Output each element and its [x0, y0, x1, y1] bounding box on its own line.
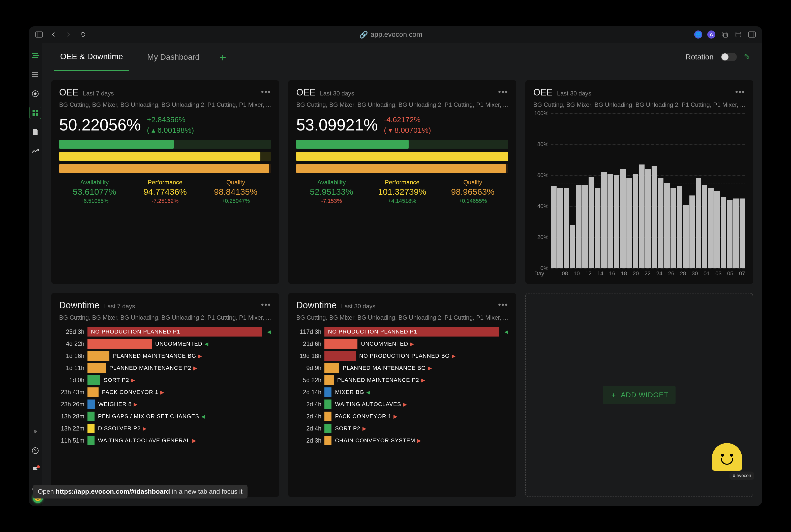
downtime-label-overflow: SORT P2 [335, 425, 360, 432]
downtime-row[interactable]: 1d 11hPLANNED MAINTENANCE P2▶ [59, 362, 271, 374]
oee-value: 53.09921% [296, 116, 378, 134]
downtime-row[interactable]: 23h 26mWEIGHER 8▶ [59, 399, 271, 410]
downtime-label-overflow: PACK CONVEYOR 1 [335, 413, 391, 420]
downtime-row[interactable]: 13h 22mDISSOLVER P2▶ [59, 423, 271, 434]
nav-dashboard-icon[interactable] [29, 107, 41, 119]
trend-down-icon: ◀ [204, 341, 208, 347]
trend-down-icon: ◀ [201, 413, 205, 419]
downtime-row[interactable]: 1d 0hSORT P2▶ [59, 375, 271, 386]
chart-bar [740, 198, 745, 268]
edit-button[interactable]: ✎ [744, 53, 750, 61]
tab-my-dashboard[interactable]: My Dashboard [141, 43, 206, 71]
chart-bar [582, 185, 588, 268]
downtime-label-overflow: WEIGHER 8 [98, 401, 132, 407]
extension-icon-1[interactable]: 🌐 [694, 31, 702, 39]
downtime-label-overflow: DISSOLVER P2 [98, 425, 141, 432]
nav-settings-icon[interactable]: ⚙ [29, 425, 41, 438]
nav-help-icon[interactable]: ? [29, 444, 41, 457]
card-subtitle: BG Cutting, BG Mixer, BG Unloading, BG U… [533, 101, 745, 108]
add-tab-button[interactable]: ＋ [218, 50, 228, 64]
sidebar-toggle-icon[interactable] [35, 30, 43, 39]
trend-up-icon: ▶ [198, 353, 202, 359]
card-downtime-7d: ••• Downtime Last 7 days BG Cutting, BG … [51, 293, 279, 497]
chart-bar [589, 177, 594, 268]
downtime-label-overflow: PACK CONVEYOR 1 [102, 389, 159, 396]
card-menu-icon[interactable]: ••• [261, 87, 271, 96]
tabs-icon[interactable] [734, 30, 742, 39]
downtime-row[interactable]: 4d 22hUNCOMMENTED◀ [59, 338, 271, 349]
nav-record-icon[interactable] [29, 88, 41, 100]
nav-trend-icon[interactable] [29, 145, 41, 157]
x-tick: 18 [621, 270, 627, 277]
downtime-duration: 2d 4h [296, 425, 321, 432]
nav-document-icon[interactable] [29, 126, 41, 138]
link-icon: 🔗 [359, 31, 368, 39]
chart-bar [564, 188, 569, 268]
downtime-row[interactable]: 5d 22hPLANNED MAINTENANCE P2▶ [296, 375, 508, 386]
chart-bar [651, 166, 657, 268]
downtime-row[interactable]: 11h 51mWAITING AUTOCLAVE GENERAL▶ [59, 435, 271, 446]
chart-bar [601, 172, 607, 268]
downtime-row[interactable]: 2d 4hSORT P2▶ [296, 423, 508, 434]
downtime-row[interactable]: 2d 4hWAITING AUTOCLAVES▶ [296, 399, 508, 410]
card-menu-icon[interactable]: ••• [498, 87, 508, 96]
add-widget-button[interactable]: ＋ ADD WIDGET [603, 386, 676, 404]
downtime-row[interactable]: 23h 43mPACK CONVEYOR 1▶ [59, 387, 271, 398]
downtime-row[interactable]: 21d 6hUNCOMMENTED▶ [296, 338, 508, 349]
trend-down-icon: ◀ [504, 329, 508, 335]
app-logo[interactable] [29, 50, 41, 61]
mascot-tag: ≡ evocon [730, 472, 754, 480]
nav-flag-icon[interactable] [29, 464, 41, 476]
downtime-label-overflow: PLANNED MAINTENANCE P2 [337, 377, 419, 383]
chart-bar [714, 191, 720, 268]
downtime-row[interactable]: 25d 3hNO PRODUCTION PLANNED P1◀ [59, 326, 271, 337]
mascot-widget[interactable]: ≡ evocon [712, 443, 747, 478]
downtime-label-overflow: PLANNED MAINTENANCE BG [343, 365, 426, 371]
downtime-row[interactable]: 2d 3hCHAIN CONVEYOR SYSTEM▶ [296, 435, 508, 446]
downtime-label-overflow: PLANNED MAINTENANCE BG [113, 353, 196, 359]
x-tick: 14 [597, 270, 603, 277]
extension-icon-2[interactable]: A [707, 31, 715, 39]
card-menu-icon[interactable]: ••• [735, 87, 745, 96]
metric-quality: Quality 98.84135% +0.25047% [200, 179, 271, 204]
trend-up-icon: ▶ [421, 377, 425, 383]
trend-up-icon: ▶ [160, 389, 164, 395]
svg-rect-4 [736, 32, 741, 37]
downtime-label-overflow: NO PRODUCTION PLANNED BG [359, 353, 450, 359]
x-tick: 05 [727, 270, 733, 277]
downtime-row[interactable]: 19d 18hNO PRODUCTION PLANNED BG▶ [296, 350, 508, 361]
reload-icon[interactable] [79, 30, 87, 39]
x-tick [640, 270, 644, 277]
y-tick: 40% [533, 203, 549, 210]
trend-up-icon: ▶ [417, 438, 421, 443]
copy-icon[interactable] [720, 30, 729, 39]
downtime-duration: 25d 3h [59, 328, 85, 335]
metric-performance: Performance 101.32739% +4.14518% [367, 179, 437, 204]
card-menu-icon[interactable]: ••• [498, 300, 508, 309]
downtime-duration: 19d 18h [296, 353, 321, 359]
downtime-row[interactable]: 2d 4hPACK CONVEYOR 1▶ [296, 411, 508, 422]
downtime-label-overflow: PLANNED MAINTENANCE P2 [109, 365, 191, 371]
rotation-toggle[interactable] [721, 53, 737, 61]
downtime-label-overflow: UNCOMMENTED [361, 341, 408, 347]
downtime-row[interactable]: 1d 16hPLANNED MAINTENANCE BG▶ [59, 350, 271, 361]
y-tick: 100% [533, 110, 549, 117]
back-icon[interactable] [50, 30, 58, 39]
downtime-duration: 9d 9h [296, 364, 321, 372]
card-title: Downtime [296, 300, 336, 310]
panel-icon[interactable] [748, 30, 756, 39]
tab-oee-downtime[interactable]: OEE & Downtime [54, 43, 129, 71]
downtime-label-overflow: SORT P2 [104, 377, 129, 383]
downtime-row[interactable]: 13h 28mPEN GAPS / MIX OR SET CHANGES◀ [59, 411, 271, 422]
x-tick [663, 270, 667, 277]
downtime-row[interactable]: 9d 9hPLANNED MAINTENANCE BG▶ [296, 362, 508, 374]
downtime-row[interactable]: 2d 14hMIXER BG◀ [296, 387, 508, 398]
nav-list-icon[interactable] [29, 69, 41, 81]
trend-up-icon: ▶ [410, 341, 414, 347]
tab-bar: OEE & Downtime My Dashboard ＋ Rotation ✎ [42, 43, 762, 71]
downtime-duration: 2d 4h [296, 401, 321, 408]
quality-bar [59, 164, 271, 173]
url[interactable]: app.evocon.com [370, 31, 422, 39]
downtime-row[interactable]: 117d 3hNO PRODUCTION PLANNED P1◀ [296, 326, 508, 337]
card-menu-icon[interactable]: ••• [261, 300, 271, 309]
